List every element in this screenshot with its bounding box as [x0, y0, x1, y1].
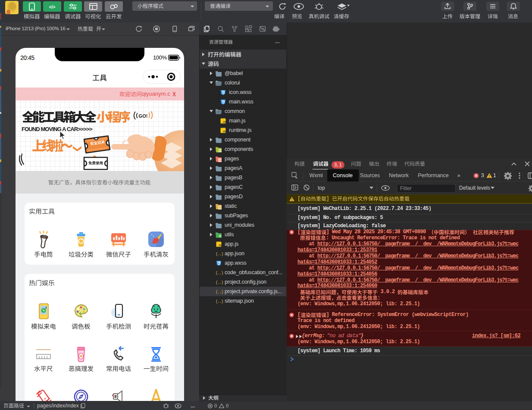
svg-text:{..}: {..} [215, 299, 223, 304]
svg-text:GO!: GO! [139, 113, 148, 119]
svg-text:{..}: {..} [215, 290, 223, 294]
svg-text:JS: JS [218, 244, 221, 247]
svg-text:JS: JS [222, 121, 225, 123]
svg-text:<>: <> [218, 159, 222, 162]
svg-text:{..}: {..} [215, 280, 223, 285]
svg-text:JS: JS [222, 130, 225, 133]
svg-text:{..}: {..} [215, 252, 223, 257]
svg-text:{..}: {..} [215, 271, 223, 275]
svg-text:</>: </> [49, 5, 56, 9]
